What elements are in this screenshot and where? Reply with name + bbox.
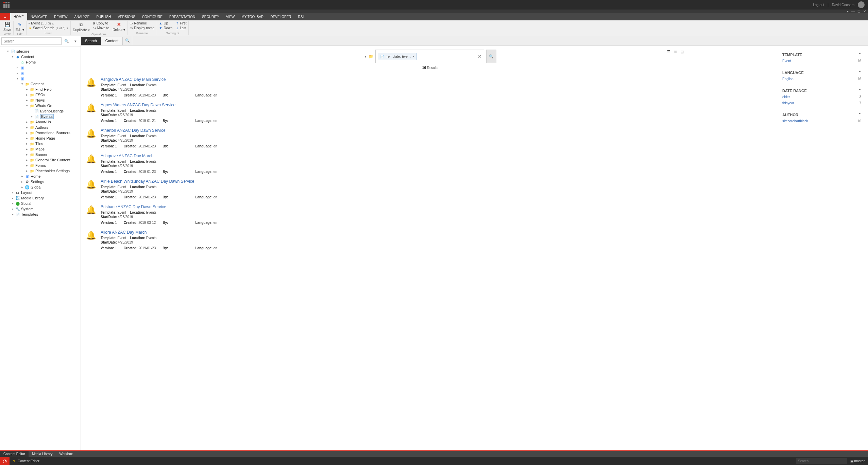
tree-node-sitecore[interactable]: ▾sitecore <box>6 49 79 54</box>
ribbon-tab-developer[interactable]: DEVELOPER <box>267 13 294 20</box>
close-icon[interactable]: ✕ <box>863 10 866 13</box>
facet-head-template[interactable]: TEMPLATE⌃ <box>782 51 861 58</box>
minimize-icon[interactable]: — <box>851 10 855 13</box>
ribbon-tab-home[interactable]: HOME <box>10 13 27 20</box>
grid-view-icon[interactable]: ⊞ <box>673 49 678 55</box>
ribbon-tab-my-toolbar[interactable]: MY TOOLBAR <box>238 13 267 20</box>
tree-node-home[interactable]: ⌂Home <box>16 59 79 65</box>
search-result-item[interactable]: Atherton ANZAC Day Dawn Service Template… <box>81 125 780 151</box>
ribbon-tab-view[interactable]: VIEW <box>223 13 238 20</box>
tree-node-content-folder[interactable]: ▾Content <box>20 81 79 87</box>
copy-to-button[interactable]: ⎘Copy to <box>92 21 110 25</box>
search-icon[interactable]: 🔍 <box>63 37 70 45</box>
insert-event-button[interactable]: ▫ Event (1 of 3) ▴ <box>28 21 69 25</box>
tree-node-media[interactable]: ▸🖼Media Library <box>11 195 79 201</box>
tree-node-authors[interactable]: ▸Authors <box>25 125 79 130</box>
tree-node-event-listings[interactable]: Event-Listings <box>30 108 79 114</box>
content-tree[interactable]: ▾sitecore ▾◆Content ⌂Home ▸▣ ▸▣ ▾▣ <box>0 47 81 450</box>
tab-search[interactable]: Search <box>81 37 101 45</box>
move-to-button[interactable]: ↪Move to <box>92 26 110 30</box>
result-title[interactable]: Allora ANZAC Day March <box>101 230 775 235</box>
result-title[interactable]: Airlie Beach Whitsunday ANZAC Day Dawn S… <box>101 179 775 184</box>
chip-remove-icon[interactable]: × <box>412 55 414 58</box>
global-search-input[interactable]: 📄 Template: Event × ✕ <box>375 50 484 63</box>
maximize-icon[interactable]: ☐ <box>857 10 861 13</box>
tree-node-esos[interactable]: ▸ESOs <box>25 92 79 97</box>
workspace-tab-content-editor[interactable]: Content Editor <box>0 451 29 457</box>
duplicate-button[interactable]: ⧉ Duplicate ▾ <box>72 21 90 33</box>
facet-row[interactable]: English16 <box>782 76 861 82</box>
search-result-item[interactable]: Ashgrove ANZAC Day March Template: Event… <box>81 151 780 176</box>
rename-button[interactable]: ▭Rename <box>129 21 155 25</box>
ribbon-tab-publish[interactable]: PUBLISH <box>93 13 114 20</box>
search-result-item[interactable]: Agnes Waters ANZAC Day Dawn Service Temp… <box>81 100 780 125</box>
tree-node-whatson[interactable]: ▾Whats-On <box>25 103 79 108</box>
delete-button[interactable]: ✕ Delete ▾ <box>112 21 126 32</box>
sitecore-logo-icon[interactable] <box>0 457 10 465</box>
facet-row[interactable]: older3 <box>782 94 861 100</box>
ribbon-tab-versions[interactable]: VERSIONS <box>114 13 139 20</box>
chevron-down-icon[interactable]: ▾ <box>72 37 79 45</box>
insert-saved-search-button[interactable]: ★ Saved Search (2 of 3) ▾ <box>28 26 69 30</box>
tree-node-settings[interactable]: ▸⚙Settings <box>20 179 79 184</box>
sort-last-button[interactable]: ⤓Last <box>175 26 187 30</box>
result-title[interactable]: Ashgrove ANZAC Day Main Service <box>101 77 775 82</box>
tree-node-forms[interactable]: ▸Forms <box>25 163 79 168</box>
ribbon-tab-navigate[interactable]: NAVIGATE <box>27 13 51 20</box>
tab-content[interactable]: Content <box>101 37 123 45</box>
tree-node-system[interactable]: ▸🔧System <box>11 206 79 212</box>
ribbon-tab-review[interactable]: REVIEW <box>51 13 71 20</box>
database-indicator[interactable]: ▣ master <box>850 459 865 463</box>
tree-node-events[interactable]: ▸Events <box>30 114 79 119</box>
display-name-button[interactable]: ▭Display name <box>129 26 155 30</box>
detail-view-icon[interactable]: ▤ <box>680 49 684 55</box>
tree-search-input[interactable] <box>1 37 62 45</box>
result-title[interactable]: Brisbane ANZAC Day Dawn Service <box>101 204 775 209</box>
tree-node-global[interactable]: ▸🌐Global <box>20 184 79 190</box>
tree-node-templates[interactable]: ▸Templates <box>11 212 79 217</box>
logout-link[interactable]: Log out <box>813 3 824 7</box>
tree-node-gsc[interactable]: ▸General Site Content <box>25 157 79 163</box>
tree-node-placeholder[interactable]: ▸Placeholder Settings <box>25 168 79 174</box>
tree-node-maps[interactable]: ▸Maps <box>25 146 79 152</box>
tree-node-home2[interactable]: ▸▣Home <box>20 174 79 179</box>
tree-node-content[interactable]: ▾◆Content <box>11 54 79 59</box>
sort-up-button[interactable]: ▲Up <box>158 21 173 25</box>
facet-row[interactable]: thisyear7 <box>782 100 861 106</box>
tree-node-findhelp[interactable]: ▸Find-Help <box>25 87 79 92</box>
list-view-icon[interactable]: ☰ <box>666 49 671 55</box>
ribbon-tab-configure[interactable]: CONFIGURE <box>139 13 166 20</box>
facet-head-author[interactable]: AUTHOR⌃ <box>782 111 861 118</box>
edit-button[interactable]: ✎ Edit ▾ <box>15 21 25 32</box>
result-title[interactable]: Ashgrove ANZAC Day March <box>101 154 775 158</box>
tree-node-homepage[interactable]: ▸Home Page <box>25 136 79 141</box>
tree-node-tiles[interactable]: ▸Tiles <box>25 141 79 146</box>
ribbon-tab-security[interactable]: SECURITY <box>199 13 223 20</box>
tab-search-icon[interactable]: 🔍 <box>123 36 132 45</box>
search-result-item[interactable]: Ashgrove ANZAC Day Main Service Template… <box>81 74 780 100</box>
ribbon-tab-rsl[interactable]: RSL <box>294 13 308 20</box>
hamburger-icon[interactable]: ≡ <box>0 13 10 20</box>
sort-down-button[interactable]: ▼Down <box>158 26 173 30</box>
facet-row[interactable]: sitecorebartblack16 <box>782 118 861 124</box>
tree-node-gen3[interactable]: ▾▣ <box>16 76 79 81</box>
workspace-tab-media-library[interactable]: Media Library <box>29 451 56 457</box>
status-search-input[interactable] <box>796 458 847 464</box>
tree-node-gen1[interactable]: ▸▣ <box>16 65 79 70</box>
tree-node-gen2[interactable]: ▸▣ <box>16 70 79 76</box>
tree-node-news[interactable]: ▸News <box>25 97 79 103</box>
tree-node-social[interactable]: ▸⬤Social <box>11 201 79 206</box>
search-button[interactable]: 🔍 <box>486 50 496 63</box>
search-clear-icon[interactable]: ✕ <box>478 54 482 59</box>
folder-scope-icon[interactable]: 📁 <box>369 54 373 59</box>
app-launcher-icon[interactable] <box>3 2 10 8</box>
ribbon-tab-presentation[interactable]: PRESENTATION <box>166 13 199 20</box>
search-result-item[interactable]: Allora ANZAC Day March Template: Event L… <box>81 227 780 253</box>
search-result-item[interactable]: Brisbane ANZAC Day Dawn Service Template… <box>81 202 780 227</box>
tree-node-banner[interactable]: ▸Banner <box>25 152 79 157</box>
facet-row[interactable]: Event16 <box>782 58 861 64</box>
chevron-down-icon[interactable]: ▾ <box>847 10 849 13</box>
ribbon-tab-analyze[interactable]: ANALYZE <box>71 13 93 20</box>
tree-node-layout[interactable]: ▸Layout <box>11 190 79 195</box>
avatar[interactable] <box>858 1 865 8</box>
